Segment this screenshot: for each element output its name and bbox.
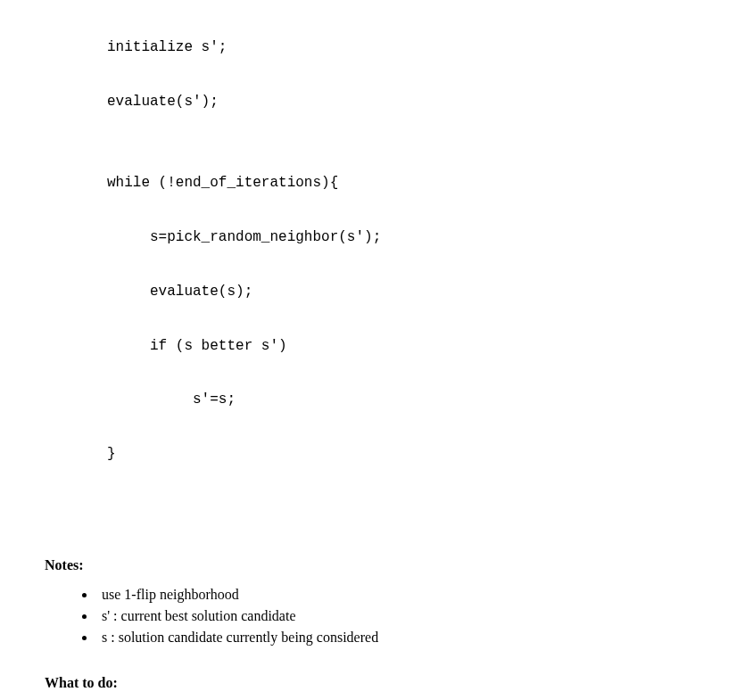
pseudocode-block: initialize s'; evaluate(s'); while (!end… bbox=[107, 7, 691, 522]
notes-list: use 1-flip neighborhood s' : current bes… bbox=[96, 584, 691, 648]
list-item: s : solution candidate currently being c… bbox=[96, 627, 691, 648]
list-item: s' : current best solution candidate bbox=[96, 605, 691, 627]
code-line: evaluate(s); bbox=[107, 278, 691, 305]
list-item: use 1-flip neighborhood bbox=[96, 584, 691, 605]
what-to-do-heading: What to do: bbox=[45, 675, 691, 691]
code-line: while (!end_of_iterations){ bbox=[107, 169, 691, 196]
code-line: initialize s'; bbox=[107, 34, 691, 61]
document-page: initialize s'; evaluate(s'); while (!end… bbox=[0, 7, 736, 700]
code-line: s=pick_random_neighbor(s'); bbox=[107, 224, 691, 251]
code-line: s'=s; bbox=[107, 386, 691, 413]
code-line: evaluate(s'); bbox=[107, 88, 691, 115]
code-line: if (s better s') bbox=[107, 333, 691, 359]
notes-heading: Notes: bbox=[45, 557, 691, 573]
code-line: } bbox=[107, 441, 691, 467]
